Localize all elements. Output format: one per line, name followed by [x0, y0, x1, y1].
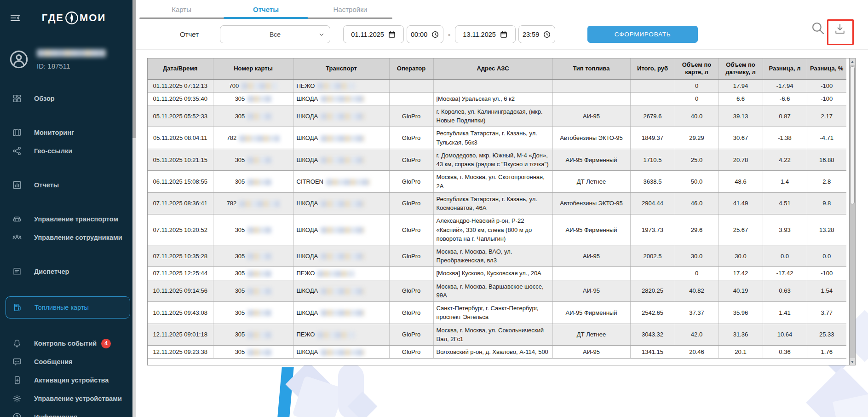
cell-transport: CITROEN [293, 171, 389, 192]
table-row: 07.11.2025 08:36:41782ШКОДАGloProРеспубл… [148, 192, 846, 214]
user-account[interactable]: ID: 187511 [0, 30, 136, 75]
cell-volume-card: 29.29 [675, 127, 719, 149]
sidebar-item-device-plus[interactable]: Активация устройства [0, 371, 136, 389]
masked-card-number [239, 201, 280, 207]
sidebar-item-car[interactable]: Управление транспортом [0, 210, 136, 228]
cell-total-rub [630, 79, 675, 92]
cell-diff-liters: 1.41 [763, 302, 807, 324]
table-row: 01.11.2025 07:12:13700ПЕЖО017.94-17.94-1… [148, 79, 846, 92]
sidebar-item-chart[interactable]: Отчеты [0, 176, 136, 194]
sidebar-item-label: Сообщения [34, 358, 73, 365]
masked-card-number [247, 96, 271, 102]
cell-diff-liters: 0.63 [763, 280, 807, 301]
sidebar-item-label: Контроль событий [34, 340, 97, 347]
cell-volume-card: 0 [675, 79, 719, 92]
sidebar-item-gear[interactable]: Управление устройствами [0, 389, 136, 408]
cell-volume-card: 0 [675, 92, 719, 105]
sidebar-item-pump[interactable]: Топливные карты [6, 296, 130, 319]
date-to-input[interactable]: 13.11.2025 [455, 25, 516, 43]
table-header-row: Дата/ВремяНомер картыТранспортОператорАд… [148, 58, 846, 79]
tab-1[interactable]: Карты [139, 0, 224, 19]
sidebar-item-label: Обзор [34, 95, 55, 102]
cell-diff-liters: 0.87 [763, 105, 807, 127]
sidebar-item-grid[interactable]: Обзор [0, 89, 136, 108]
cell-datetime: 10.11.2025 09:43:08 [148, 302, 213, 324]
cell-volume-sensor: 40.19 [719, 280, 763, 301]
tab-3[interactable]: Настройки [308, 0, 392, 19]
table-scrollbar[interactable] [849, 58, 855, 365]
table-row: 12.11.2025 09:23:38305ШКОДАGloProВолховс… [148, 346, 846, 359]
sidebar-item-map[interactable]: Мониторинг [0, 123, 136, 142]
cell-diff-percent: 0.0 [807, 245, 846, 267]
cell-fuel-type: АИ-95 [552, 280, 630, 301]
tab-2[interactable]: Отчеты [224, 0, 308, 19]
cell-volume-card: 29.6 [675, 214, 719, 245]
cell-fuel-type: АИ-95 [552, 245, 630, 267]
sidebar-item-info[interactable]: ?Информация [0, 408, 136, 417]
cell-card-number: 305 [213, 245, 293, 267]
cell-total-rub: 2542.65 [630, 302, 675, 324]
time-from-input[interactable]: 00:00 [407, 25, 443, 43]
column-header: Итого, руб [630, 58, 675, 79]
cell-operator: GloPro [389, 192, 433, 214]
cell-diff-percent: 2.17 [807, 105, 846, 127]
cell-card-number: 305 [213, 171, 293, 192]
cell-card-number: 305 [213, 149, 293, 170]
scroll-up-button[interactable] [850, 58, 855, 65]
cell-address: Москва, г. Москва, ул. Скотопрогонная, 2… [433, 171, 552, 192]
clock-icon [543, 30, 551, 39]
cell-total-rub: 3043.32 [630, 324, 675, 345]
cell-operator: GloPro [389, 105, 433, 127]
generate-report-button[interactable]: СФОРМИРОВАТЬ [587, 26, 698, 43]
column-header: Тип топлива [552, 58, 630, 79]
column-header: Разница, % [807, 58, 846, 79]
cell-volume-card: 0 [675, 267, 719, 280]
cell-transport: ШКОДА [293, 149, 389, 170]
sidebar-item-label: Гео-ссылки [34, 147, 72, 155]
cell-fuel-type [552, 92, 630, 105]
table-scrollbar-thumb[interactable] [850, 66, 855, 204]
user-id: ID: 187511 [37, 62, 106, 70]
cell-datetime: 10.11.2025 09:14:56 [148, 280, 213, 301]
sidebar-item-people[interactable]: Управление сотрудниками [0, 228, 136, 247]
cell-transport: ПЕЖО [293, 79, 389, 92]
chevron-down-icon [318, 31, 325, 38]
cell-transport: ШКОДА [293, 245, 389, 267]
masked-card-number [247, 271, 271, 277]
cell-total-rub: 1849.37 [630, 127, 675, 149]
cell-address: г. Королев, ул. Калининградская, (мкр. Н… [433, 105, 552, 127]
sidebar-scrollbar[interactable] [132, 0, 136, 417]
sidebar-item-bell[interactable]: Контроль событий4 [0, 334, 136, 353]
menu-icon [9, 12, 21, 24]
scroll-down-button[interactable] [850, 358, 855, 365]
sidebar-scrollbar-thumb[interactable] [132, 0, 136, 138]
report-type-select[interactable]: Все [220, 25, 330, 43]
date-from-input[interactable]: 01.11.2025 [343, 25, 404, 43]
cell-transport: ШКОДА [293, 214, 389, 245]
cell-diff-percent: 3.77 [807, 302, 846, 324]
cell-address: Республика Татарстан, г. Казань, ул. Кос… [433, 192, 552, 214]
table-row: 10.11.2025 09:43:08305ШКОДАGloProСанкт-П… [148, 302, 846, 324]
column-header: Транспорт [293, 58, 389, 79]
cell-fuel-type: Автобензины ЭКТО-95 [552, 127, 630, 149]
sidebar-item-chat[interactable]: Сообщения [0, 353, 136, 371]
cell-operator [389, 79, 433, 92]
cell-total-rub [630, 267, 675, 280]
cell-card-number: 782 [213, 192, 293, 214]
cell-transport: ШКОДА [293, 92, 389, 105]
time-to-input[interactable]: 23:59 [518, 25, 555, 43]
masked-card-number [247, 253, 271, 260]
sidebar-item-share[interactable]: Гео-ссылки [0, 142, 136, 160]
cell-operator: GloPro [389, 302, 433, 324]
download-button[interactable] [833, 22, 847, 36]
sidebar-item-doc[interactable]: Диспетчер [0, 262, 136, 281]
cell-datetime: 05.11.2025 05:52:33 [148, 105, 213, 127]
cell-datetime: 12.11.2025 09:01:18 [148, 324, 213, 345]
cell-total-rub: 1341.15 [630, 346, 675, 359]
chart-icon [12, 180, 22, 190]
masked-card-number [247, 113, 271, 120]
table-row: 05.11.2025 08:04:11782ШКОДАGloProРеспубл… [148, 127, 846, 149]
search-button[interactable] [810, 20, 826, 36]
cell-operator: GloPro [389, 324, 433, 345]
cell-volume-sensor: 39.13 [719, 105, 763, 127]
